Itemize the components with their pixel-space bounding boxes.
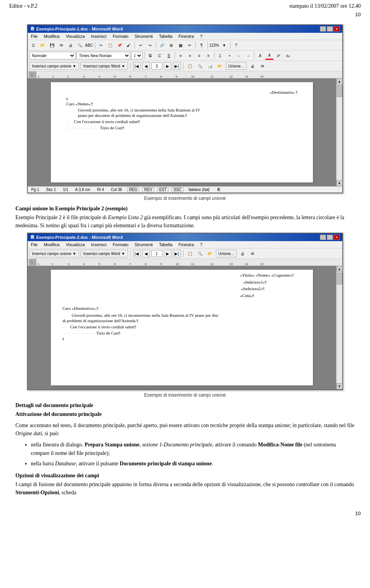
italic-btn-1[interactable]: C bbox=[155, 51, 164, 60]
zoom-dropdown[interactable]: ▼ bbox=[220, 41, 229, 49]
prev-record-btn-1[interactable]: ◀ bbox=[142, 62, 150, 70]
bullets-btn-1[interactable]: • bbox=[225, 51, 234, 60]
menu-modifica-2[interactable]: Modifica bbox=[42, 242, 61, 247]
scroll-up-1[interactable]: ▲ bbox=[336, 78, 343, 84]
mm-icon3[interactable]: 📊 bbox=[206, 62, 214, 70]
align-left-1[interactable]: ≡ bbox=[177, 51, 185, 60]
unione-btn-1[interactable]: Unione... bbox=[226, 62, 247, 70]
maximize-btn-1[interactable]: □ bbox=[327, 26, 333, 32]
minimize-btn-2[interactable]: _ bbox=[320, 235, 326, 240]
decrease-indent-1[interactable]: ← bbox=[235, 51, 243, 60]
next-record-btn-2[interactable]: ▶ bbox=[164, 250, 172, 257]
menu-inserisci-1[interactable]: Inserisci bbox=[89, 34, 108, 39]
menu-formato-2[interactable]: Formato bbox=[111, 242, 130, 247]
first-record-btn-1[interactable]: |◀ bbox=[133, 62, 141, 70]
highlight-btn-1[interactable]: A bbox=[256, 51, 264, 60]
address-block-2: «Titolo» «Nome» «Cognome»¶ «Indirizzo1»¶… bbox=[240, 272, 294, 299]
style-selector-1[interactable]: Normale bbox=[29, 52, 76, 59]
bold-btn-1[interactable]: G bbox=[146, 51, 155, 60]
menu-visualizza-2[interactable]: Visualizza bbox=[64, 242, 86, 247]
unione-btn-2[interactable]: Unione... bbox=[216, 250, 237, 257]
mm-icon4[interactable]: 📂 bbox=[216, 62, 224, 70]
mm-icon1[interactable]: 📋 bbox=[186, 62, 194, 70]
help-btn[interactable]: ? bbox=[232, 41, 240, 49]
menu-help-2[interactable]: ? bbox=[198, 242, 204, 247]
font-color-btn-1[interactable]: A bbox=[265, 51, 274, 60]
doc-area-1: «Destinatario» ¶ ¶ Caro «Nome»,¶ Giovedì… bbox=[28, 78, 336, 186]
align-center-1[interactable]: ≡ bbox=[186, 51, 194, 60]
close-btn-2[interactable]: × bbox=[334, 235, 340, 240]
insert-merge-field-btn-1[interactable]: Inserisci campo unione ▼ bbox=[29, 62, 79, 70]
preview-btn[interactable]: 🔍 bbox=[76, 41, 84, 49]
drawing-btn[interactable]: ✏ bbox=[185, 41, 194, 49]
mm-icon6[interactable]: ✉ bbox=[258, 62, 267, 70]
print-btn[interactable]: 🖨 bbox=[66, 41, 75, 49]
scroll-thumb-2[interactable] bbox=[337, 273, 342, 284]
align-justify-1[interactable]: ≡ bbox=[204, 51, 213, 60]
hyperlink-btn[interactable]: 🔗 bbox=[158, 41, 166, 49]
scroll-up-2[interactable]: ▲ bbox=[336, 266, 343, 272]
new-btn[interactable]: 🗋 bbox=[29, 41, 38, 49]
menu-modifica-1[interactable]: Modifica bbox=[42, 34, 61, 39]
numbering-btn-1[interactable]: 1. bbox=[216, 51, 225, 60]
insert-word-field-btn-2[interactable]: Inserisci campo Word ▼ bbox=[81, 250, 128, 257]
menu-tabella-1[interactable]: Tabella bbox=[157, 34, 174, 39]
mm2-icon3[interactable]: 📂 bbox=[206, 249, 214, 258]
format-painter-btn[interactable]: 🖌 bbox=[124, 41, 133, 49]
columns-btn[interactable]: ▦ bbox=[176, 41, 185, 49]
scroll-thumb-1[interactable] bbox=[337, 85, 342, 97]
insert-word-field-btn-1[interactable]: Inserisci campo Word ▼ bbox=[81, 62, 128, 70]
save-btn[interactable]: 💾 bbox=[48, 41, 56, 49]
menu-help-1[interactable]: ? bbox=[198, 34, 204, 39]
underline-btn-1[interactable]: S bbox=[165, 51, 173, 60]
menu-visualizza-1[interactable]: Visualizza bbox=[64, 34, 86, 39]
status-icon: 🖹 bbox=[215, 187, 222, 192]
mm2-icon2[interactable]: 🔍 bbox=[196, 249, 204, 258]
minimize-btn-1[interactable]: _ bbox=[320, 26, 326, 32]
record-number-1[interactable] bbox=[151, 63, 162, 69]
tables-btn[interactable]: ⊞ bbox=[167, 41, 175, 49]
open-btn[interactable]: 📂 bbox=[39, 41, 47, 49]
superscript-btn-1[interactable]: x² bbox=[274, 51, 283, 60]
menu-strumenti-1[interactable]: Strumenti bbox=[133, 34, 154, 39]
prev-record-btn-2[interactable]: ◀ bbox=[142, 250, 150, 257]
mm-icon2[interactable]: 🔍 bbox=[196, 62, 204, 70]
paste-btn[interactable]: 📌 bbox=[115, 41, 124, 49]
menu-tabella-2[interactable]: Tabella bbox=[157, 242, 174, 247]
last-record-btn-1[interactable]: ▶| bbox=[173, 62, 181, 70]
mm2-icon4[interactable]: 🖨 bbox=[238, 249, 247, 258]
mm2-icon5[interactable]: ✉ bbox=[248, 249, 257, 258]
next-record-btn-1[interactable]: ▶ bbox=[164, 62, 172, 70]
spellcheck-btn[interactable]: ABC bbox=[85, 41, 93, 49]
increase-indent-1[interactable]: → bbox=[244, 51, 252, 60]
scroll-down-1[interactable]: ▼ bbox=[336, 180, 343, 186]
menu-file-2[interactable]: File bbox=[29, 242, 39, 247]
menu-strumenti-2[interactable]: Strumenti bbox=[133, 242, 154, 247]
menu-file-1[interactable]: File bbox=[29, 34, 39, 39]
insert-merge-field-btn-2[interactable]: Inserisci campo unione ▼ bbox=[29, 250, 79, 257]
copy-btn[interactable]: 📋 bbox=[106, 41, 114, 49]
docmap-btn[interactable]: ¶ bbox=[197, 41, 206, 49]
email-btn[interactable]: ✉ bbox=[57, 41, 66, 49]
maximize-btn-2[interactable]: □ bbox=[327, 235, 333, 240]
subscript-btn-1[interactable]: x₂ bbox=[284, 51, 292, 60]
doc-page-2: «Titolo» «Nome» «Cognome»¶ «Indirizzo1»¶… bbox=[51, 270, 313, 385]
mm2-icon1[interactable]: 📋 bbox=[186, 249, 194, 258]
undo-btn[interactable]: ↩ bbox=[136, 41, 145, 49]
menu-inserisci-2[interactable]: Inserisci bbox=[89, 242, 108, 247]
close-btn-1[interactable]: × bbox=[334, 26, 340, 32]
redo-btn[interactable]: ↪ bbox=[146, 41, 154, 49]
mm-icon5[interactable]: 🖨 bbox=[248, 62, 257, 70]
record-number-2[interactable] bbox=[151, 250, 162, 257]
menu-finestra-1[interactable]: Finestra bbox=[177, 34, 195, 39]
scroll-down-2[interactable]: ▼ bbox=[336, 383, 343, 389]
align-right-1[interactable]: ≡ bbox=[195, 51, 204, 60]
menu-finestra-2[interactable]: Finestra bbox=[177, 242, 195, 247]
font-name-1[interactable]: Times New Roman bbox=[76, 52, 130, 59]
cut-btn[interactable]: ✂ bbox=[97, 41, 105, 49]
menu-formato-1[interactable]: Formato bbox=[111, 34, 130, 39]
font-size-1[interactable]: 12 bbox=[131, 52, 143, 59]
first-record-btn-2[interactable]: |◀ bbox=[133, 250, 141, 257]
toolbar-mailmerge-1: Inserisci campo unione ▼ Inserisci campo… bbox=[28, 61, 342, 71]
last-record-btn-2[interactable]: ▶| bbox=[173, 250, 181, 257]
